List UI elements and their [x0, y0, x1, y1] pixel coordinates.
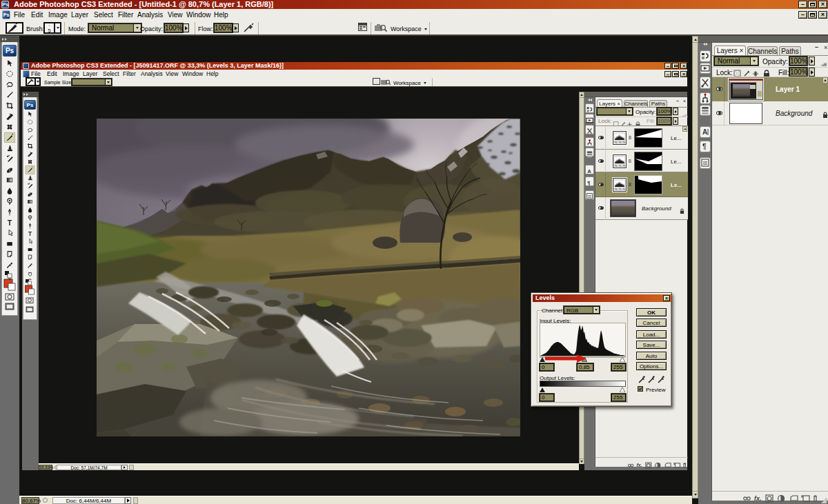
svg-text:¶: ¶	[587, 180, 591, 186]
svg-text:A: A	[587, 168, 591, 174]
svg-text:fx.: fx.	[636, 463, 642, 468]
svg-text:fx.: fx.	[754, 495, 762, 502]
svg-text:A: A	[702, 128, 707, 136]
svg-text:¶: ¶	[702, 143, 707, 150]
